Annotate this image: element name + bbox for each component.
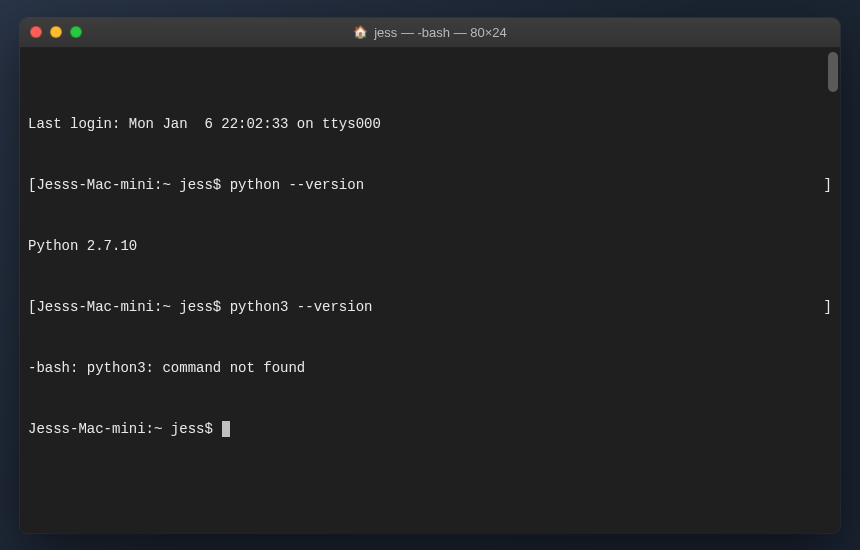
line-end-bracket: ] xyxy=(824,175,832,195)
maximize-button[interactable] xyxy=(70,26,82,38)
home-icon: 🏠 xyxy=(353,25,368,40)
output-line: -bash: python3: command not found xyxy=(28,358,832,378)
scrollbar-thumb[interactable] xyxy=(828,52,838,92)
output-line: Python 2.7.10 xyxy=(28,236,832,256)
terminal-body[interactable]: Last login: Mon Jan 6 22:02:33 on ttys00… xyxy=(20,48,840,533)
prompt-line: [Jesss-Mac-mini:~ jess$ python3 --versio… xyxy=(28,297,832,317)
line-end-bracket: ] xyxy=(824,297,832,317)
text-cursor xyxy=(222,421,230,437)
terminal-window: 🏠 jess — -bash — 80×24 Last login: Mon J… xyxy=(20,18,840,533)
window-title-text: jess — -bash — 80×24 xyxy=(374,25,507,40)
window-title: 🏠 jess — -bash — 80×24 xyxy=(20,25,840,40)
traffic-lights xyxy=(30,26,82,38)
prompt-text: [Jesss-Mac-mini:~ jess$ python --version xyxy=(28,175,364,195)
prompt-text: [Jesss-Mac-mini:~ jess$ python3 --versio… xyxy=(28,297,372,317)
output-line: Last login: Mon Jan 6 22:02:33 on ttys00… xyxy=(28,114,832,134)
close-button[interactable] xyxy=(30,26,42,38)
title-bar[interactable]: 🏠 jess — -bash — 80×24 xyxy=(20,18,840,48)
prompt-line: [Jesss-Mac-mini:~ jess$ python --version… xyxy=(28,175,832,195)
prompt-current: Jesss-Mac-mini:~ jess$ xyxy=(28,419,832,439)
prompt-text: Jesss-Mac-mini:~ jess$ xyxy=(28,421,221,437)
minimize-button[interactable] xyxy=(50,26,62,38)
